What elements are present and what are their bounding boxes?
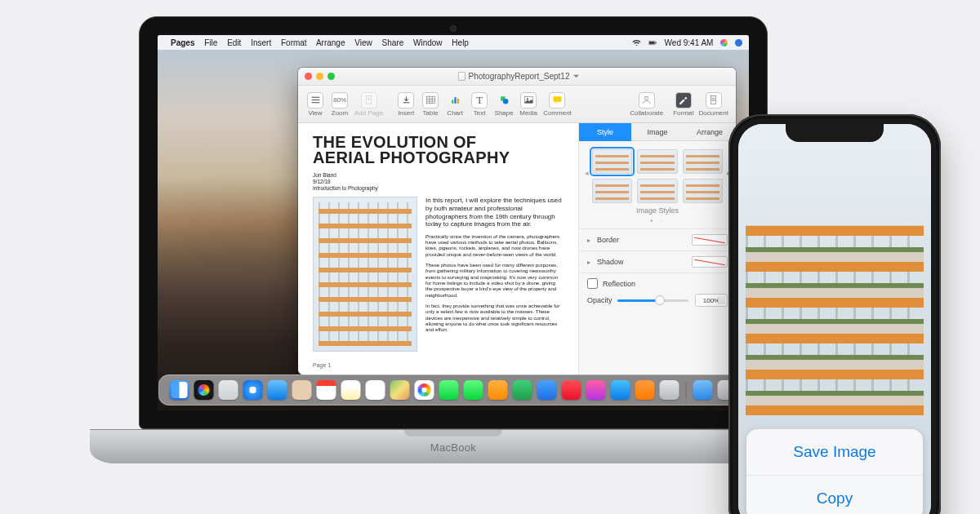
tb-zoom[interactable]: 80% Zoom	[327, 88, 352, 121]
tb-view[interactable]: View	[303, 88, 327, 121]
dock-downloads[interactable]	[693, 380, 713, 400]
disclosure-triangle-icon[interactable]: ▸	[587, 259, 594, 266]
menu-file[interactable]: File	[204, 38, 217, 47]
menu-window[interactable]: Window	[413, 38, 443, 47]
border-label: Border	[597, 236, 619, 244]
menu-format[interactable]: Format	[281, 38, 307, 47]
tb-shape[interactable]: Shape	[492, 88, 516, 121]
doc-selected-image[interactable]	[313, 197, 417, 352]
dock-messages[interactable]	[439, 380, 459, 400]
menubar-clock[interactable]: Wed 9:41 AM	[665, 38, 714, 47]
dock-calendar[interactable]	[317, 380, 336, 400]
opacity-slider[interactable]	[617, 299, 688, 302]
border-swatch[interactable]	[692, 234, 728, 246]
doc-meta[interactable]: Jon Bland 9/12/18 Introduction to Photog…	[313, 172, 564, 192]
image-style-thumb[interactable]	[683, 149, 723, 174]
tb-collaborate[interactable]: Collaborate	[627, 88, 666, 121]
copy-button[interactable]: Copy	[746, 475, 923, 514]
dock-reminders[interactable]	[366, 380, 385, 400]
document-canvas[interactable]: THE EVOLUTION OF AERIAL PHOTOGRAPHY Jon …	[298, 123, 579, 374]
tb-media[interactable]: Media	[516, 88, 541, 121]
dock-books[interactable]	[635, 380, 655, 400]
tb-chart[interactable]: Chart	[443, 88, 467, 121]
image-styles-grid	[579, 141, 736, 205]
dock-contacts[interactable]	[292, 380, 312, 400]
shadow-swatch[interactable]	[692, 256, 728, 268]
zoom-button[interactable]	[327, 73, 335, 80]
svg-rect-3	[311, 97, 319, 98]
menu-arrange[interactable]: Arrange	[316, 38, 345, 47]
wifi-icon[interactable]	[632, 38, 641, 47]
tb-table[interactable]: Table	[418, 88, 443, 121]
opacity-value-stepper[interactable]: 100%	[695, 294, 728, 307]
tb-format[interactable]: Format	[670, 88, 696, 121]
tb-text[interactable]: T Text	[467, 88, 492, 121]
svg-rect-10	[454, 97, 456, 104]
shadow-row[interactable]: ▸ Shadow	[579, 250, 736, 273]
dock-itunes[interactable]	[586, 380, 606, 400]
doc-body: In this report, I will explore the techn…	[313, 197, 564, 362]
dock-appstore[interactable]	[611, 380, 630, 400]
menu-edit[interactable]: Edit	[227, 38, 241, 47]
reflection-checkbox[interactable]	[587, 278, 598, 289]
dock-siri[interactable]	[194, 380, 214, 400]
menu-help[interactable]: Help	[452, 38, 469, 47]
image-style-thumb[interactable]	[683, 179, 723, 203]
image-style-thumb[interactable]	[637, 149, 677, 174]
doc-text[interactable]: In this report, I will explore the techn…	[425, 197, 564, 362]
dock-maps[interactable]	[390, 380, 410, 400]
dock-pages[interactable]	[488, 380, 508, 400]
svg-rect-16	[554, 96, 562, 102]
tb-chart-label: Chart	[447, 110, 463, 117]
menu-pages[interactable]: Pages	[171, 38, 194, 47]
dock-notes[interactable]	[341, 380, 361, 400]
battery-icon[interactable]	[648, 38, 657, 47]
dock-launchpad[interactable]	[219, 380, 238, 400]
dock-finder[interactable]	[170, 380, 189, 400]
save-image-button[interactable]: Save Image	[746, 429, 923, 475]
tb-collaborate-label: Collaborate	[630, 110, 663, 117]
tab-style[interactable]: Style	[579, 123, 631, 141]
document-title[interactable]: PhotographyReport_Sept12	[341, 72, 697, 81]
dock-facetime[interactable]	[464, 380, 483, 400]
doc-author: Jon Bland	[313, 172, 564, 179]
styles-page-dots[interactable]: • ·	[579, 216, 736, 228]
doc-heading[interactable]: THE EVOLUTION OF AERIAL PHOTOGRAPHY	[313, 135, 564, 166]
dock-keynote[interactable]	[537, 380, 557, 400]
menu-share[interactable]: Share	[382, 38, 404, 47]
close-button[interactable]	[305, 73, 312, 80]
tab-arrange[interactable]: Arrange	[684, 123, 736, 141]
dock-mail[interactable]	[268, 380, 287, 400]
dock-safari[interactable]	[243, 380, 263, 400]
window-controls	[305, 73, 335, 80]
macbook: Pages File Edit Insert Format Arrange Vi…	[139, 16, 768, 463]
menu-view[interactable]: View	[354, 38, 372, 47]
minimize-button[interactable]	[316, 73, 323, 80]
notification-center-icon[interactable]	[735, 39, 742, 47]
opacity-row: Opacity 100%	[579, 294, 736, 312]
action-sheet-group: Save Image Copy	[746, 429, 923, 514]
image-style-thumb[interactable]	[637, 179, 677, 203]
document-title-text: PhotographyReport_Sept12	[469, 72, 570, 81]
image-style-thumb[interactable]	[592, 179, 632, 203]
tb-table-label: Table	[423, 110, 439, 117]
dock-numbers[interactable]	[513, 380, 532, 400]
tb-insert[interactable]: Insert	[394, 88, 418, 121]
border-row[interactable]: ▸ Border	[579, 228, 736, 250]
tab-image[interactable]: Image	[631, 123, 684, 141]
doc-p2: These photos have been used for many dif…	[425, 262, 564, 298]
iphone: Save Image Copy	[728, 114, 941, 514]
dock-preferences[interactable]	[660, 380, 679, 400]
window-titlebar[interactable]: PhotographyReport_Sept12	[298, 68, 736, 86]
dock-news[interactable]	[562, 380, 581, 400]
tb-comment[interactable]: Comment	[541, 88, 574, 121]
tb-document[interactable]: Document	[697, 88, 731, 121]
disclosure-triangle-icon[interactable]: ▸	[587, 237, 594, 244]
image-style-thumb[interactable]	[592, 149, 632, 174]
tb-zoom-label: Zoom	[332, 110, 348, 117]
siri-icon[interactable]	[720, 39, 728, 47]
menu-insert[interactable]: Insert	[251, 38, 271, 47]
document-icon	[458, 72, 466, 81]
tb-add-page[interactable]: Add Page	[352, 88, 385, 121]
dock-photos[interactable]	[415, 380, 434, 400]
